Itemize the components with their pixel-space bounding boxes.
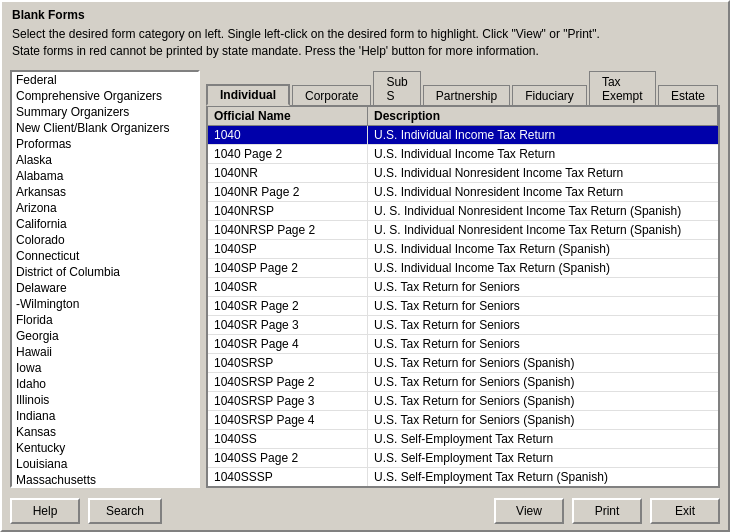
cell-description: U.S. Tax Return for Seniors (Spanish) [368, 411, 718, 429]
cell-official-name: 1040SRSP Page 4 [208, 411, 368, 429]
left-panel-item-6[interactable]: Alabama [12, 168, 198, 184]
left-panel-item-8[interactable]: Arizona [12, 200, 198, 216]
table-row[interactable]: 1040SP Page 2U.S. Individual Income Tax … [208, 259, 718, 278]
left-panel-item-12[interactable]: District of Columbia [12, 264, 198, 280]
left-panel-item-25[interactable]: Massachusetts [12, 472, 198, 488]
table-row[interactable]: 1040SRSPU.S. Tax Return for Seniors (Spa… [208, 354, 718, 373]
left-panel-item-23[interactable]: Kentucky [12, 440, 198, 456]
exit-button[interactable]: Exit [650, 498, 720, 524]
tab-estate[interactable]: Estate [658, 85, 718, 106]
left-panel-item-21[interactable]: Indiana [12, 408, 198, 424]
left-panel-item-0[interactable]: Federal [12, 72, 198, 88]
left-panel-item-15[interactable]: Florida [12, 312, 198, 328]
left-panel-item-24[interactable]: Louisiana [12, 456, 198, 472]
left-panel-item-14[interactable]: -Wilmington [12, 296, 198, 312]
tabs-container: IndividualCorporateSub SPartnershipFiduc… [206, 70, 720, 105]
table-row[interactable]: 1040SPU.S. Individual Income Tax Return … [208, 240, 718, 259]
cell-official-name: 1040SP [208, 240, 368, 258]
tab-fiduciary[interactable]: Fiduciary [512, 85, 587, 106]
help-button[interactable]: Help [10, 498, 80, 524]
cell-official-name: 1040SR [208, 278, 368, 296]
left-panel-item-5[interactable]: Alaska [12, 152, 198, 168]
print-button[interactable]: Print [572, 498, 642, 524]
cell-description: U.S. Individual Nonresident Income Tax R… [368, 164, 718, 182]
left-panel-item-13[interactable]: Delaware [12, 280, 198, 296]
footer-left: Help Search [10, 498, 162, 524]
cell-description: U.S. Self-Employment Tax Return [368, 449, 718, 467]
table-row[interactable]: 1040SS Page 2U.S. Self-Employment Tax Re… [208, 449, 718, 468]
table-row[interactable]: 1040U.S. Individual Income Tax Return [208, 126, 718, 145]
left-panel[interactable]: FederalComprehensive OrganizersSummary O… [10, 70, 200, 488]
cell-official-name: 1040NR Page 2 [208, 183, 368, 201]
left-panel-item-17[interactable]: Hawaii [12, 344, 198, 360]
window-title: Blank Forms [2, 2, 728, 24]
view-button[interactable]: View [494, 498, 564, 524]
left-panel-item-9[interactable]: California [12, 216, 198, 232]
table-row[interactable]: 1040SR Page 3U.S. Tax Return for Seniors [208, 316, 718, 335]
left-panel-item-22[interactable]: Kansas [12, 424, 198, 440]
left-panel-item-16[interactable]: Georgia [12, 328, 198, 344]
table-row[interactable]: 1040SRSP Page 3U.S. Tax Return for Senio… [208, 392, 718, 411]
cell-official-name: 1040SSSP [208, 468, 368, 486]
left-panel-item-10[interactable]: Colorado [12, 232, 198, 248]
left-panel-item-2[interactable]: Summary Organizers [12, 104, 198, 120]
left-panel-item-18[interactable]: Iowa [12, 360, 198, 376]
instructions: Select the desired form category on left… [2, 24, 728, 66]
cell-description: U.S. Tax Return for Seniors [368, 335, 718, 353]
cell-description: U. S. Individual Nonresident Income Tax … [368, 202, 718, 220]
table-row[interactable]: 1040NRU.S. Individual Nonresident Income… [208, 164, 718, 183]
tab-sub-s[interactable]: Sub S [373, 71, 420, 106]
cell-official-name: 1040SRSP Page 3 [208, 392, 368, 410]
cell-official-name: 1040 Page 2 [208, 145, 368, 163]
cell-official-name: 1040SR Page 4 [208, 335, 368, 353]
cell-official-name: 1040SR Page 2 [208, 297, 368, 315]
tab-tax-exempt[interactable]: Tax Exempt [589, 71, 656, 106]
cell-description: U.S. Individual Nonresident Income Tax R… [368, 183, 718, 201]
cell-description: U.S. Individual Income Tax Return (Spani… [368, 240, 718, 258]
cell-description: U.S. Tax Return for Seniors [368, 316, 718, 334]
left-panel-item-19[interactable]: Idaho [12, 376, 198, 392]
right-panel: IndividualCorporateSub SPartnershipFiduc… [206, 70, 720, 488]
cell-description: U.S. Individual Income Tax Return [368, 126, 718, 144]
table-header: Official Name Description [208, 107, 718, 126]
search-button[interactable]: Search [88, 498, 162, 524]
table-row[interactable]: 1040SR Page 4U.S. Tax Return for Seniors [208, 335, 718, 354]
left-panel-item-3[interactable]: New Client/Blank Organizers [12, 120, 198, 136]
table-body[interactable]: 1040U.S. Individual Income Tax Return104… [208, 126, 718, 486]
left-panel-item-7[interactable]: Arkansas [12, 184, 198, 200]
cell-description: U.S. Tax Return for Seniors [368, 278, 718, 296]
cell-official-name: 1040SS Page 2 [208, 449, 368, 467]
main-content: FederalComprehensive OrganizersSummary O… [2, 66, 728, 492]
table-row[interactable]: 1040SSSPU.S. Self-Employment Tax Return … [208, 468, 718, 486]
table-row[interactable]: 1040SSU.S. Self-Employment Tax Return [208, 430, 718, 449]
left-panel-item-11[interactable]: Connecticut [12, 248, 198, 264]
cell-official-name: 1040SRSP Page 2 [208, 373, 368, 391]
cell-official-name: 1040SS [208, 430, 368, 448]
cell-official-name: 1040NRSP [208, 202, 368, 220]
left-panel-item-4[interactable]: Proformas [12, 136, 198, 152]
table-row[interactable]: 1040 Page 2U.S. Individual Income Tax Re… [208, 145, 718, 164]
tab-individual[interactable]: Individual [206, 84, 290, 106]
cell-description: U.S. Tax Return for Seniors [368, 297, 718, 315]
col-header-desc: Description [368, 107, 718, 125]
table-row[interactable]: 1040SRSP Page 4U.S. Tax Return for Senio… [208, 411, 718, 430]
cell-description: U.S. Tax Return for Seniors (Spanish) [368, 354, 718, 372]
table-row[interactable]: 1040SRU.S. Tax Return for Seniors [208, 278, 718, 297]
cell-description: U.S. Individual Income Tax Return (Spani… [368, 259, 718, 277]
table-row[interactable]: 1040NRSPU. S. Individual Nonresident Inc… [208, 202, 718, 221]
left-panel-item-1[interactable]: Comprehensive Organizers [12, 88, 198, 104]
tab-partnership[interactable]: Partnership [423, 85, 510, 106]
footer: Help Search View Print Exit [2, 492, 728, 530]
cell-description: U.S. Self-Employment Tax Return [368, 430, 718, 448]
table-row[interactable]: 1040SR Page 2U.S. Tax Return for Seniors [208, 297, 718, 316]
cell-official-name: 1040NR [208, 164, 368, 182]
cell-description: U.S. Tax Return for Seniors (Spanish) [368, 373, 718, 391]
cell-official-name: 1040NRSP Page 2 [208, 221, 368, 239]
left-panel-item-20[interactable]: Illinois [12, 392, 198, 408]
footer-right: View Print Exit [494, 498, 720, 524]
table-row[interactable]: 1040NR Page 2U.S. Individual Nonresident… [208, 183, 718, 202]
tab-corporate[interactable]: Corporate [292, 85, 371, 106]
table-row[interactable]: 1040NRSP Page 2U. S. Individual Nonresid… [208, 221, 718, 240]
blank-forms-window: Blank Forms Select the desired form cate… [0, 0, 730, 532]
table-row[interactable]: 1040SRSP Page 2U.S. Tax Return for Senio… [208, 373, 718, 392]
